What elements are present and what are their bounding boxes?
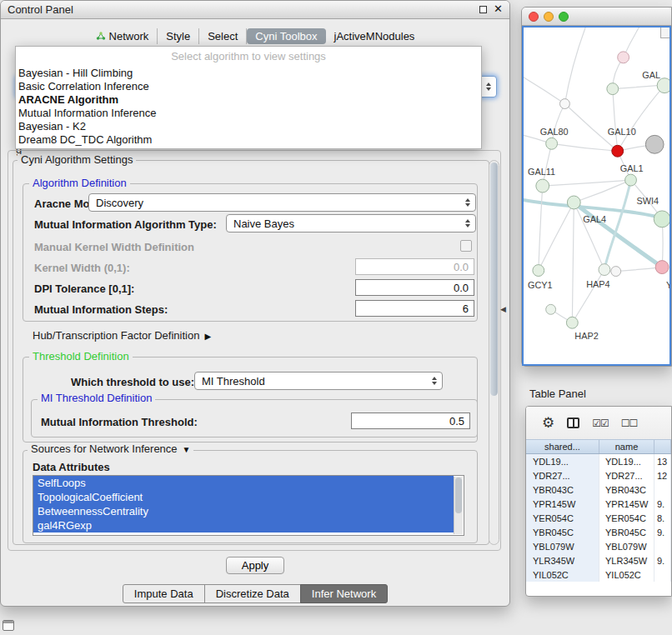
network-node[interactable]: [618, 52, 629, 63]
tab-impute-data[interactable]: Impute Data: [123, 584, 205, 603]
dropdown-option[interactable]: Basic Correlation Inference: [16, 80, 481, 93]
network-edge[interactable]: [539, 202, 574, 271]
network-node[interactable]: [611, 267, 621, 277]
table-row[interactable]: YBR045CYBR045C9.: [526, 525, 671, 539]
close-traffic-light-icon[interactable]: [529, 12, 539, 22]
control-panel-titlebar[interactable]: Control Panel ✕: [1, 1, 509, 19]
network-edge[interactable]: [552, 143, 618, 151]
close-window-icon[interactable]: ✕: [494, 3, 503, 15]
minimize-traffic-light-icon[interactable]: [544, 12, 554, 22]
network-window-titlebar[interactable]: [522, 8, 671, 26]
dropdown-option[interactable]: Bayesian - Hill Climbing: [16, 67, 481, 80]
dpi-tolerance-field[interactable]: 0.0: [355, 279, 474, 296]
dropdown-option[interactable]: Mutual Information Inference: [16, 107, 481, 120]
tab-network[interactable]: Network: [88, 28, 158, 44]
column-header-extra[interactable]: [654, 440, 671, 453]
table-row[interactable]: YPR145WYPR145W9.: [526, 497, 671, 511]
network-node-hap2[interactable]: [566, 317, 578, 328]
network-canvas[interactable]: GALGAL80GAL10GAL11GAL1SWI4GAL4GCY1HAP4YH…: [524, 28, 669, 364]
float-window-icon[interactable]: [479, 6, 487, 13]
dropdown-option[interactable]: Dream8 DC_TDC Algorithm: [16, 133, 481, 147]
splitter-handle[interactable]: ◀: [500, 305, 506, 313]
table-toolbar: ⚙ ☑☑ ☐☐: [526, 407, 671, 439]
list-item[interactable]: TopologicalCoefficient: [33, 490, 454, 504]
network-node-gcy1[interactable]: [533, 265, 544, 277]
network-edge[interactable]: [604, 180, 631, 269]
minimized-panel-icon[interactable]: [3, 620, 14, 631]
sources-legend[interactable]: Sources for Network Inference▼: [28, 443, 193, 456]
table-row[interactable]: YBL079WYBL079W: [526, 539, 671, 553]
tab-jactivemnodules[interactable]: jActiveMNodules: [326, 28, 424, 44]
node-label: GAL80: [540, 127, 569, 137]
tab-cyni-toolbox[interactable]: Cyni Toolbox: [247, 28, 325, 44]
list-item[interactable]: gal4RGexp: [33, 518, 454, 532]
list-item[interactable]: SelfLoops: [33, 476, 454, 490]
apply-button[interactable]: Apply: [226, 557, 284, 574]
node-label: GAL10: [608, 127, 636, 137]
network-node-y[interactable]: [655, 261, 669, 274]
table-row[interactable]: YDR27...YDR27...12: [526, 468, 671, 482]
network-edge[interactable]: [524, 78, 564, 104]
network-edge[interactable]: [572, 202, 574, 322]
mi-steps-field[interactable]: 6: [355, 300, 474, 317]
network-edge[interactable]: [613, 86, 657, 89]
settings-scrollbar[interactable]: [489, 160, 499, 545]
algorithm-definition-legend: Algorithm Definition: [29, 178, 130, 189]
network-edge[interactable]: [564, 28, 585, 104]
gear-icon[interactable]: ⚙: [542, 416, 554, 430]
tab-select[interactable]: Select: [199, 28, 247, 44]
data-attributes-list[interactable]: SelfLoops TopologicalCoefficient Between…: [33, 475, 464, 536]
network-node-gal[interactable]: [657, 78, 669, 93]
table-row[interactable]: YDL19...YDL19...13: [526, 454, 671, 468]
tab-discretize-data[interactable]: Discretize Data: [204, 584, 301, 603]
network-node[interactable]: [546, 304, 556, 314]
mi-type-combo[interactable]: Naive Bayes: [226, 214, 476, 232]
table-row[interactable]: YER054CYER054C8.: [526, 511, 671, 525]
hub-definition-toggle[interactable]: Hub/Transcription Factor Definition▶: [33, 329, 211, 342]
dropdown-option[interactable]: Bayesian - K2: [16, 120, 481, 133]
network-edge[interactable]: [543, 180, 631, 186]
dropdown-option-selected[interactable]: ARACNE Algorithm: [16, 93, 481, 107]
table-row[interactable]: YIL052CYIL052C: [526, 568, 671, 582]
network-node-gal1[interactable]: [625, 174, 637, 186]
mi-threshold-field[interactable]: 0.5: [351, 412, 470, 429]
column-header-name[interactable]: name: [599, 440, 654, 453]
network-edge[interactable]: [572, 270, 604, 323]
network-edge[interactable]: [613, 89, 618, 152]
zoom-traffic-light-icon[interactable]: [559, 12, 569, 22]
node-label: HAP4: [586, 279, 609, 289]
network-node-hap4[interactable]: [599, 264, 610, 276]
tab-style[interactable]: Style: [158, 28, 199, 44]
which-threshold-combo[interactable]: MI Threshold: [194, 372, 443, 390]
columns-icon[interactable]: [567, 418, 579, 428]
table-cell: 9.: [654, 497, 671, 511]
select-all-rows-icon[interactable]: ☑☑: [592, 418, 609, 429]
settings-scrollbar-thumb[interactable]: [490, 162, 498, 396]
network-node-gal4[interactable]: [567, 196, 580, 209]
list-scrollbar[interactable]: [454, 477, 463, 534]
table-row[interactable]: YBR043CYBR043C: [526, 482, 671, 497]
list-item[interactable]: BetweennessCentrality: [33, 504, 454, 518]
network-edge[interactable]: [539, 186, 543, 270]
network-node-gal80[interactable]: [546, 138, 558, 149]
network-node-gal11[interactable]: [536, 179, 549, 192]
network-node-swi4[interactable]: [654, 211, 669, 228]
tab-infer-network[interactable]: Infer Network: [300, 584, 388, 603]
network-node[interactable]: [560, 99, 570, 109]
table-row[interactable]: YLR345WYLR345W9.: [526, 553, 671, 568]
dropdown-placeholder-option[interactable]: Select algorithm to view settings: [16, 47, 481, 67]
aracne-mode-combo[interactable]: Discovery: [88, 193, 476, 212]
network-node[interactable]: [645, 135, 664, 153]
manual-kernel-checkbox[interactable]: [460, 240, 472, 252]
network-node[interactable]: [607, 83, 619, 95]
network-edge[interactable]: [574, 202, 662, 268]
network-scrollbar-fragment[interactable]: [660, 28, 669, 38]
network-node-gal10[interactable]: [612, 145, 624, 157]
table-cell: YER054C: [526, 511, 599, 525]
kernel-width-field[interactable]: 0.0: [355, 258, 474, 275]
list-scrollbar-thumb[interactable]: [455, 478, 462, 513]
column-header-shared-name[interactable]: shared...: [526, 440, 599, 453]
network-edge[interactable]: [552, 104, 565, 144]
table-cell: 13: [654, 454, 671, 468]
unselect-all-rows-icon[interactable]: ☐☐: [621, 418, 638, 429]
